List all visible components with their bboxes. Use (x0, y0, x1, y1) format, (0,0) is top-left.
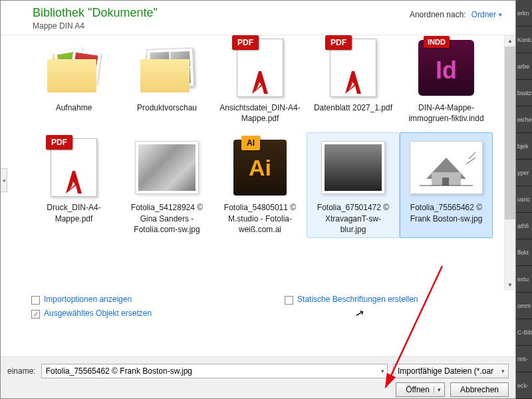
side-tab[interactable]: bsatz (516, 80, 532, 106)
side-tab[interactable]: eck- (516, 372, 532, 399)
file-item-ai[interactable]: AI Ai Fotolia_54805011 © M.studio - Foto… (213, 132, 307, 238)
checkbox-import-options[interactable]: Importoptionen anzeigen (31, 295, 152, 305)
image-thumbnail (410, 141, 483, 194)
pdf-badge: PDF (46, 135, 72, 150)
scroll-thumb[interactable] (505, 47, 515, 219)
filename-input[interactable]: Fotolia_75565462 © Frank Boston-sw.jpg (41, 364, 388, 378)
ai-badge: AI (241, 136, 260, 150)
ai-glyph: Ai (249, 155, 271, 181)
side-tab[interactable]: rint- (516, 346, 532, 372)
folder-icon (138, 45, 196, 91)
file-item-pdf[interactable]: PDF Druck_DIN-A4-Mappe.pdf (27, 132, 120, 238)
folder-item[interactable]: Aufnahme (27, 35, 120, 127)
file-item-image[interactable]: Fotolia_67501472 © XtravaganT-sw-blur.jp… (307, 132, 400, 238)
image-thumbnail (135, 141, 199, 194)
app-side-panel-stack: erkn Kontu arbe bsatz eiche bjek yper us… (516, 0, 532, 399)
side-tab[interactable]: ffekt (516, 239, 532, 266)
side-tab[interactable]: yper (516, 160, 532, 186)
file-open-dialog: Bibliothek "Dokumente" Mappe DIN A4 Anor… (0, 0, 516, 399)
scroll-up-icon[interactable]: ▲ (505, 35, 515, 47)
scroll-down-icon[interactable]: ▼ (505, 279, 515, 291)
side-tab[interactable]: omm (516, 293, 532, 319)
side-tab[interactable]: eiche (516, 106, 532, 133)
library-title: Bibliothek "Dokumente" (33, 6, 158, 20)
dialog-header: Bibliothek "Dokumente" Mappe DIN A4 Anor… (1, 1, 515, 35)
checkbox-replace-selected[interactable]: ✓ Ausgewähltes Objekt ersetzen (31, 309, 152, 319)
pdf-badge: PDF (325, 35, 352, 50)
library-subtitle: Mappe DIN A4 (33, 21, 158, 31)
options-row: Importoptionen anzeigen ✓ Ausgewähltes O… (1, 291, 515, 319)
illustrator-icon: AI Ai (233, 140, 287, 196)
filter-value: Importfähige Dateien (*.oar (398, 366, 493, 376)
side-tab[interactable]: usric (516, 186, 532, 213)
checkbox-label: Statische Beschriftungen erstellen (297, 295, 418, 304)
image-thumbnail (321, 141, 385, 194)
file-item-image-selected[interactable]: Fotolia_75565462 © Frank Boston-sw.jpg (400, 132, 493, 238)
side-tab[interactable]: Kontu (516, 27, 532, 53)
side-tab[interactable]: erkn (516, 0, 532, 27)
file-scrollbar[interactable]: ▲ ▼ (504, 35, 515, 291)
folder-item[interactable]: Produktvorschau (120, 35, 213, 127)
file-grid: Aufnahme Produktvorschau PDF (1, 35, 515, 241)
file-label: DIN-A4-Mappe-immogruen-fiktiv.indd (403, 102, 489, 124)
filename-label: einame: (7, 366, 36, 376)
file-label: Aufnahme (31, 102, 117, 113)
checkbox-icon[interactable] (31, 296, 40, 305)
file-label: Fotolia_75565462 © Frank Boston-sw.jpg (403, 202, 489, 223)
file-label: Fotolia_54805011 © M.studio - Fotolia-we… (217, 202, 303, 235)
file-item-pdf[interactable]: PDF Datenblatt 2027_1.pdf (307, 35, 400, 127)
indd-glyph: Id (436, 57, 457, 84)
indd-badge: INDD (424, 36, 450, 48)
checkbox-static-captions[interactable]: Statische Beschriftungen erstellen (285, 295, 418, 305)
arrange-by-dropdown[interactable]: Ordner (471, 10, 502, 19)
svg-rect-2 (442, 178, 449, 186)
checkbox-icon-checked[interactable]: ✓ (31, 310, 40, 319)
cancel-button[interactable]: Abbrechen (450, 382, 509, 397)
file-type-filter[interactable]: Importfähige Dateien (*.oar (393, 364, 509, 378)
checkbox-label: Ausgewähltes Objekt ersetzen (44, 309, 152, 318)
side-tab[interactable]: bjek (516, 133, 532, 160)
svg-line-5 (466, 158, 475, 164)
file-item-indd[interactable]: INDD Id DIN-A4-Mappe-immogruen-fiktiv.in… (400, 35, 493, 127)
file-label: Datenblatt 2027_1.pdf (310, 102, 396, 113)
pdf-badge: PDF (232, 35, 259, 50)
side-tab[interactable]: C-Bib (516, 319, 532, 346)
pdf-icon: PDF (237, 39, 283, 97)
filename-value: Fotolia_75565462 © Frank Boston-sw.jpg (46, 366, 192, 376)
file-label: Druck_DIN-A4-Mappe.pdf (31, 202, 117, 223)
indesign-icon: INDD Id (418, 40, 474, 96)
file-item-image[interactable]: Fotolia_54128924 © Gina Sanders - Fotoli… (120, 132, 213, 238)
pdf-icon: PDF (51, 138, 97, 197)
open-button[interactable]: Öffnen (396, 382, 445, 397)
file-label: Ansichtsdatei_DIN-A4-Mappe.pdf (217, 102, 303, 124)
file-item-pdf[interactable]: PDF Ansichtsdatei_DIN-A4-Mappe.pdf (213, 35, 307, 127)
pdf-icon: PDF (330, 39, 376, 97)
checkbox-icon[interactable] (285, 296, 293, 305)
folder-icon (45, 45, 103, 91)
checkbox-label: Importoptionen anzeigen (44, 295, 132, 304)
side-tab[interactable]: arbe (516, 53, 532, 80)
bottom-bar: einame: Fotolia_75565462 © Frank Boston-… (1, 356, 515, 398)
arrange-by-label: Anordnen nach: (410, 10, 466, 19)
side-tab[interactable]: extu (516, 266, 532, 293)
file-label: Fotolia_67501472 © XtravaganT-sw-blur.jp… (310, 202, 396, 235)
left-collapse-handle[interactable]: ◄ (1, 168, 7, 192)
file-list-area: ◄ Aufnahme (1, 35, 515, 291)
file-label: Fotolia_54128924 © Gina Sanders - Fotoli… (124, 202, 210, 235)
side-tab[interactable]: athfi (516, 213, 532, 239)
file-label: Produktvorschau (124, 102, 210, 113)
